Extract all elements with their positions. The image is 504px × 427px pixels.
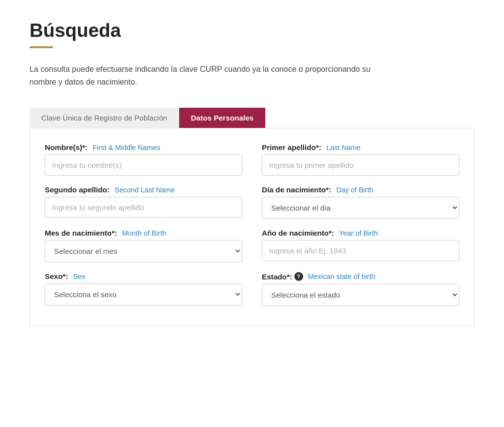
primer-apellido-label: Primer apellido*: Last Name (262, 143, 459, 152)
nombre-label: Nombre(s)*: First & Middle Names (45, 143, 242, 152)
anio-hint: Year of Birth (339, 229, 378, 237)
segundo-apellido-group: Segundo apellido: Second Last Name (45, 185, 242, 219)
sexo-select[interactable]: Selecciona el sexoMasculinoFemenino (45, 283, 242, 305)
segundo-apellido-label: Segundo apellido: Second Last Name (45, 185, 242, 194)
mes-select[interactable]: Seleccionar el mesEneroFebreroMarzoAbril… (45, 240, 242, 262)
tab-datos-personales[interactable]: Datos Personales (179, 108, 265, 128)
title-underline (30, 46, 53, 48)
tabs-container: Clave Única de Registro de Población Dat… (30, 108, 474, 128)
estado-group: Estado*: ? Mexican state of birth Selecc… (262, 272, 459, 306)
sexo-hint: Sex (73, 273, 86, 280)
primer-apellido-group: Primer apellido*: Last Name (262, 143, 459, 176)
estado-select[interactable]: Selecciona el estadoAguascalientesBaja C… (262, 284, 459, 306)
nombre-hint: First & Middle Names (93, 144, 160, 152)
dia-label: Día de nacimiento*: Day of Birth (262, 185, 459, 194)
sexo-label: Sexo*: Sex (45, 272, 242, 280)
anio-group: Año de nacimiento*: Year of Birth (262, 229, 459, 262)
sexo-group: Sexo*: Sex Selecciona el sexoMasculinoFe… (45, 272, 242, 306)
page-title: Búsqueda (30, 20, 474, 41)
nombre-group: Nombre(s)*: First & Middle Names (45, 143, 242, 176)
segundo-apellido-hint: Second Last Name (115, 186, 175, 194)
mes-hint: Month of Birth (122, 229, 166, 237)
page-description: La consulta puede efectuarse indicando l… (30, 63, 399, 88)
estado-label: Estado*: ? Mexican state of birth (262, 272, 459, 281)
form-card: Nombre(s)*: First & Middle Names Primer … (30, 128, 474, 326)
estado-info-icon[interactable]: ? (294, 272, 303, 281)
segundo-apellido-input[interactable] (45, 197, 242, 218)
dia-select[interactable]: Seleccionar el día1234567891011121314151… (262, 197, 459, 219)
mes-label: Mes de nacimiento*: Month of Birth (45, 229, 242, 237)
nombre-input[interactable] (45, 154, 242, 176)
dia-hint: Day of Birth (336, 186, 373, 194)
tab-curp[interactable]: Clave Única de Registro de Población (30, 108, 179, 128)
dia-group: Día de nacimiento*: Day of Birth Selecci… (262, 185, 459, 219)
estado-hint: Mexican state of birth (308, 273, 376, 280)
anio-label: Año de nacimiento*: Year of Birth (262, 229, 459, 237)
primer-apellido-input[interactable] (262, 154, 459, 176)
mes-group: Mes de nacimiento*: Month of Birth Selec… (45, 229, 242, 262)
anio-input[interactable] (262, 240, 459, 261)
primer-apellido-hint: Last Name (326, 144, 361, 152)
form-grid: Nombre(s)*: First & Middle Names Primer … (45, 143, 459, 306)
